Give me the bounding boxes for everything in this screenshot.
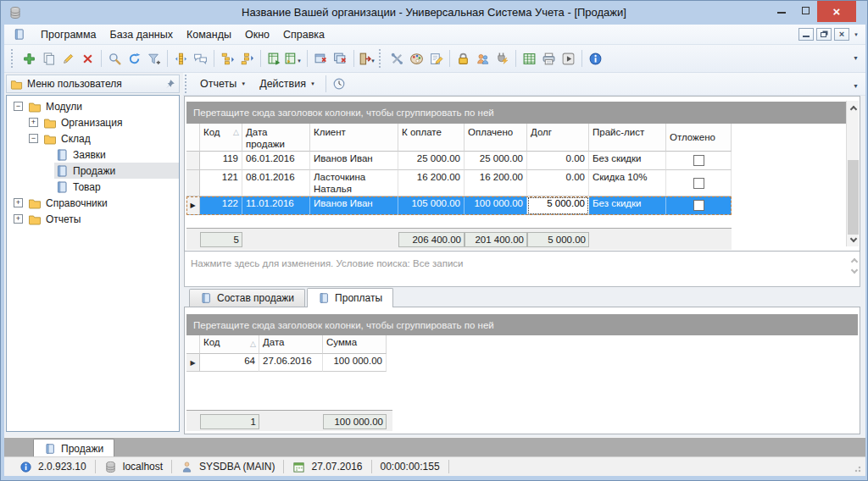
filter-panel[interactable]: Нажмите здесь для изменения. Условие пои…	[184, 252, 860, 287]
column-header-pricelist[interactable]: Прайс-лист	[589, 124, 666, 152]
filter-button[interactable]	[144, 49, 164, 69]
comments-button[interactable]	[191, 49, 210, 69]
copy-button[interactable]	[39, 49, 58, 69]
tree-item-requests[interactable]: Заявки	[7, 147, 179, 163]
tab-sale-composition[interactable]: Состав продажи	[189, 289, 305, 307]
play-button[interactable]	[559, 49, 578, 69]
table-button[interactable]	[520, 49, 539, 69]
plug-button[interactable]	[492, 49, 512, 69]
minimize-button[interactable]	[770, 1, 793, 19]
table-row[interactable]: ▶ 64 27.06.2016 100 000.00	[186, 354, 387, 372]
group-by-bar[interactable]: Перетащите сюда заголовок колонки, чтобы…	[186, 102, 846, 124]
toolbar-overflow-icon[interactable]: ▼	[853, 55, 859, 61]
window-title: Название Вашей организации - Универсальн…	[1, 6, 867, 19]
close-window-button[interactable]	[311, 49, 331, 69]
row-indicator-icon: ▶	[190, 359, 195, 367]
column-header-paid[interactable]: Оплачено	[465, 124, 527, 152]
toolbar-grip[interactable]	[11, 49, 14, 68]
deferred-checkbox[interactable]	[693, 178, 704, 189]
collapse-expander-icon[interactable]: −	[29, 134, 38, 143]
tree-item-sales[interactable]: Продажи	[7, 163, 179, 179]
column-header-code[interactable]: Код△	[200, 335, 259, 354]
toolbar-grip[interactable]	[185, 75, 188, 93]
group-by-bar[interactable]: Перетащите сюда заголовок колонки, чтобы…	[186, 314, 858, 335]
tree-item-reports[interactable]: + Отчеты	[7, 211, 179, 227]
toolbar-overflow-icon[interactable]: ▼	[853, 83, 859, 89]
column-header-debt[interactable]: Долг	[527, 124, 589, 152]
column-header-date[interactable]: Дата продажи	[242, 124, 310, 152]
scrollbar-thumb[interactable]	[848, 160, 859, 235]
menubar-overflow-icon[interactable]: ▼	[854, 32, 859, 37]
menu-commands[interactable]: Команды	[180, 26, 238, 43]
collapse-expander-icon[interactable]: −	[14, 102, 23, 111]
columns-button[interactable]	[171, 49, 191, 69]
pin-icon[interactable]	[164, 79, 175, 90]
mdi-close-button[interactable]: ×	[834, 28, 849, 41]
search-button[interactable]	[105, 49, 125, 69]
mdi-restore-button[interactable]	[816, 28, 832, 41]
table-row[interactable]: 119 06.01.2016 Иванов Иван 25 000.00 25 …	[186, 152, 732, 170]
scheduler-button[interactable]	[330, 75, 349, 94]
delete-button[interactable]	[78, 49, 97, 69]
export-excel-menu-button[interactable]: ▼	[284, 49, 303, 69]
column-header-topay[interactable]: К оплате	[398, 124, 465, 152]
info-button[interactable]	[586, 49, 605, 69]
close-all-windows-button[interactable]	[331, 49, 350, 69]
tree-item-warehouse[interactable]: − Склад	[7, 130, 179, 147]
chevron-down-icon[interactable]	[851, 267, 858, 274]
users-button[interactable]	[473, 49, 492, 69]
add-button[interactable]	[19, 49, 39, 69]
column-header-deferred[interactable]: Отложено	[666, 124, 732, 152]
expand-expander-icon[interactable]: +	[14, 214, 23, 224]
toolbar-grip[interactable]	[379, 49, 382, 68]
menu-database[interactable]: База данных	[103, 26, 180, 43]
deferred-checkbox[interactable]	[693, 200, 704, 211]
deferred-checkbox[interactable]	[693, 155, 704, 166]
folder-icon	[28, 196, 42, 210]
expand-expander-icon[interactable]: +	[29, 118, 38, 127]
export-excel-button[interactable]	[264, 49, 284, 69]
close-button[interactable]: ×	[817, 1, 856, 22]
tree-item-goods[interactable]: Товар	[7, 179, 179, 195]
table-row-selected[interactable]: ▶ 122 11.01.2016 Иванов Иван 105 000.00 …	[186, 196, 732, 215]
expand-expander-icon[interactable]: +	[14, 198, 23, 207]
palette-button[interactable]	[407, 49, 426, 69]
column-header-client[interactable]: Клиент	[310, 124, 398, 152]
actions-dropdown-button[interactable]: Действия▼	[253, 75, 322, 92]
exit-button[interactable]: ▼	[358, 49, 377, 69]
customize-button[interactable]	[387, 49, 407, 69]
tree-item-directories[interactable]: + Справочники	[7, 195, 179, 211]
scroll-down-button[interactable]	[847, 233, 860, 246]
vertical-scrollbar[interactable]	[846, 101, 859, 246]
tab-label: Продажи	[61, 443, 103, 455]
expand-tree-button[interactable]	[218, 49, 237, 69]
refresh-button[interactable]	[125, 49, 144, 69]
column-header-amount[interactable]: Сумма	[323, 335, 387, 354]
window-tab-sales[interactable]: Продажи	[33, 439, 114, 457]
mdi-minimize-button[interactable]	[798, 28, 814, 41]
edit-note-button[interactable]	[426, 49, 446, 69]
table-row[interactable]: 121 08.01.2016 Ласточкина Наталья 16 200…	[186, 170, 732, 196]
edit-button[interactable]	[58, 49, 78, 69]
resize-grip[interactable]	[853, 464, 861, 473]
menu-program[interactable]: Программа	[34, 26, 103, 43]
tree-item-modules[interactable]: − Модули	[7, 98, 179, 114]
tree-item-organization[interactable]: + Организация	[7, 114, 179, 130]
maximize-button[interactable]	[793, 1, 817, 19]
scroll-up-button[interactable]	[847, 101, 860, 114]
collapse-tree-button[interactable]	[237, 49, 257, 69]
comments-icon	[193, 52, 208, 66]
lock-button[interactable]	[453, 49, 473, 69]
mdi-close-icon: ×	[839, 30, 844, 39]
tab-payments[interactable]: Проплаты	[307, 288, 393, 307]
chevron-up-icon[interactable]	[851, 258, 858, 265]
column-header-date[interactable]: Дата	[259, 335, 323, 354]
document-icon	[13, 28, 25, 41]
menu-help[interactable]: Справка	[276, 26, 331, 43]
focused-cell[interactable]: 5 000.00	[527, 196, 589, 215]
print-button[interactable]	[539, 49, 559, 69]
menu-window[interactable]: Окно	[238, 26, 276, 43]
reports-dropdown-button[interactable]: Отчеты▼	[193, 75, 253, 92]
column-header-code[interactable]: Код△	[200, 124, 242, 152]
filter-text[interactable]: Нажмите здесь для изменения. Условие пои…	[191, 258, 464, 268]
